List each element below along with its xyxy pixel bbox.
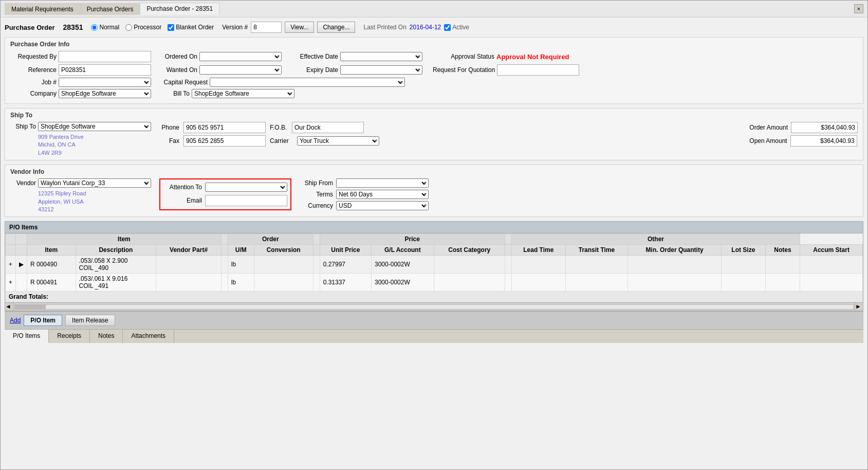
close-button[interactable]: ×: [854, 4, 863, 13]
radio-normal[interactable]: Normal: [91, 24, 119, 31]
po-items-section: P/O Items Item Order Price Ot: [5, 221, 863, 311]
row-lot-size: [721, 256, 765, 274]
row-gl-account: 3000-0002W: [372, 256, 434, 274]
fax-input[interactable]: [183, 135, 266, 147]
currency-row: Currency USD: [300, 201, 429, 210]
tab-purchase-order-28351[interactable]: Purchase Order - 28351: [140, 3, 219, 15]
ordered-on-select[interactable]: [199, 52, 282, 61]
bottom-tab-notes[interactable]: Notes: [90, 330, 123, 343]
row-item: R 000491: [27, 274, 76, 292]
radio-group: Normal Processor Blanket Order: [91, 24, 214, 31]
row-expand-btn[interactable]: +: [6, 274, 16, 292]
bottom-tab-po-items[interactable]: P/O Items: [5, 330, 49, 343]
row-arrow-btn[interactable]: [16, 274, 27, 292]
effective-date-select[interactable]: [340, 52, 422, 61]
th-unit-price: Unit Price: [320, 245, 371, 256]
fob-input[interactable]: [292, 122, 364, 133]
ship-to-label: Ship To: [10, 123, 36, 130]
ship-from-label: Ship From: [300, 179, 333, 187]
item-release-button[interactable]: Item Release: [65, 315, 115, 326]
table-row[interactable]: + R 000491 .053/.061 X 9.016 COIL _491 l…: [6, 274, 863, 292]
po-items-table-container[interactable]: Item Order Price Other Item D: [5, 233, 863, 302]
carrier-select[interactable]: Your Truck: [297, 136, 379, 146]
scroll-track[interactable]: [14, 304, 854, 310]
effective-date-label: Effective Date: [292, 53, 338, 60]
po-items-table: Item Order Price Other Item D: [5, 233, 863, 302]
col-sep3: [505, 234, 511, 245]
approval-status-value: Approval Not Required: [496, 53, 569, 61]
requested-by-input[interactable]: [59, 51, 151, 62]
requested-by-label: Requested By: [10, 53, 57, 60]
bottom-tabs-bar: P/O Items Receipts Notes Attachments: [5, 329, 863, 343]
radio-processor-label: Processor: [134, 24, 161, 31]
th-vendor-part: Vendor Part#: [156, 245, 221, 256]
ordered-on-label: Ordered On: [161, 53, 197, 60]
terms-select[interactable]: Net 60 Days: [336, 190, 429, 199]
tab-purchase-orders[interactable]: Purchase Orders: [80, 3, 140, 15]
capital-request-select[interactable]: [210, 78, 405, 87]
view-button[interactable]: View...: [285, 22, 314, 33]
bottom-tab-receipts[interactable]: Receipts: [49, 330, 90, 343]
wanted-on-select[interactable]: [199, 65, 282, 75]
th-accum-start: Accum Start: [800, 245, 863, 256]
approval-status-label: Approval Status: [433, 53, 494, 60]
po-item-button[interactable]: P/O Item: [24, 315, 62, 326]
change-button[interactable]: Change...: [317, 22, 355, 33]
radio-normal-input[interactable]: [91, 24, 98, 31]
th-lead-time: Lead Time: [511, 245, 565, 256]
email-input[interactable]: [205, 195, 287, 206]
expiry-date-select[interactable]: [340, 65, 422, 75]
scroll-thumb[interactable]: [15, 305, 46, 309]
wanted-on-row: Wanted On: [161, 65, 282, 75]
email-label: Email: [163, 197, 202, 204]
ship-to-select[interactable]: ShopEdge Software: [38, 122, 151, 131]
row-expand-btn[interactable]: +: [6, 256, 16, 274]
scroll-right-btn[interactable]: ►: [855, 303, 863, 311]
ship-from-select[interactable]: [336, 178, 429, 188]
ship-from-row: Ship From: [300, 178, 429, 188]
bill-to-select[interactable]: ShopEdge Software: [192, 89, 294, 98]
row-cost-category: [434, 256, 505, 274]
table-row[interactable]: + ▶ R 000490 .053/.058 X 2.900 COIL _490…: [6, 256, 863, 274]
radio-processor-input[interactable]: [125, 24, 132, 31]
col-group-price: Price: [320, 234, 505, 245]
tab-material-requirements[interactable]: Material Requirements: [5, 3, 80, 15]
rfq-input[interactable]: [497, 64, 579, 76]
version-input[interactable]: [251, 22, 282, 33]
open-amount-label: Open Amount: [749, 137, 787, 144]
row-cost-category: [434, 274, 505, 292]
row-arrow-btn[interactable]: ▶: [16, 256, 27, 274]
ship-to-middle-col: Phone F.O.B. Fax Carrier Your Truck: [161, 122, 379, 147]
email-row: Email: [163, 195, 287, 206]
row-sep1: [221, 256, 228, 274]
add-button[interactable]: Add: [10, 317, 21, 324]
job-select[interactable]: [59, 78, 151, 87]
th-um: U/M: [228, 245, 254, 256]
fax-row: Fax Carrier Your Truck: [161, 135, 379, 147]
th-cost-category: Cost Category: [434, 245, 505, 256]
active-checkbox[interactable]: [444, 24, 451, 31]
order-amount-input[interactable]: [791, 122, 858, 133]
vendor-select[interactable]: Waylon Yutani Corp_33: [38, 178, 151, 188]
radio-processor[interactable]: Processor: [125, 24, 161, 31]
checkbox-blanket[interactable]: Blanket Order: [168, 24, 214, 31]
row-sep1: [221, 274, 228, 292]
row-sep3: [505, 256, 511, 274]
scroll-left-btn[interactable]: ◄: [5, 303, 13, 311]
active-checkbox-group[interactable]: Active: [444, 24, 469, 31]
company-select[interactable]: ShopEdge Software: [59, 89, 151, 98]
blanket-order-checkbox[interactable]: [168, 24, 174, 31]
phone-input[interactable]: [183, 122, 266, 133]
bottom-tab-attachments[interactable]: Attachments: [123, 330, 174, 343]
open-amount-input[interactable]: [790, 135, 857, 147]
fob-label: F.O.B.: [270, 124, 288, 131]
ship-to-address: 909 Pantera Drive Michid, ON CA L4W 2R9: [38, 133, 151, 157]
currency-select[interactable]: USD: [336, 201, 429, 210]
row-sep2: [313, 256, 320, 274]
horizontal-scrollbar[interactable]: ◄ ►: [5, 302, 863, 311]
reference-input[interactable]: [59, 64, 151, 76]
th-lot-size: Lot Size: [721, 245, 765, 256]
attention-to-select[interactable]: [205, 183, 287, 192]
phone-label: Phone: [161, 124, 179, 131]
order-amount-label: Order Amount: [749, 124, 788, 131]
